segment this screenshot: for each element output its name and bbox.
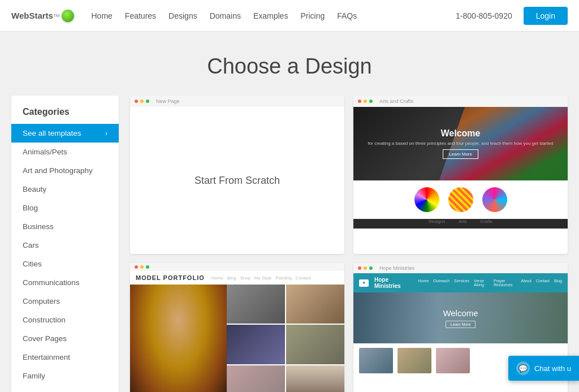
- hope-nav-logo: ✦: [359, 279, 369, 287]
- card-tab-title: New Page: [156, 98, 180, 104]
- nav-domains[interactable]: Domains: [210, 11, 241, 20]
- sidebar-item-label: Communications: [23, 278, 80, 287]
- hope-nav-contact: Contact: [536, 279, 550, 287]
- nav-designs[interactable]: Designs: [168, 11, 197, 20]
- model-grid-cell-2: [286, 285, 344, 324]
- arts-learn-more-button[interactable]: Learn More: [443, 149, 478, 159]
- hope-nav-blog: Blog: [554, 279, 562, 287]
- model-main-image: [130, 285, 227, 392]
- sidebar-item-art-photography[interactable]: Art and Photography: [11, 161, 119, 180]
- model-grid-cell-3: [227, 325, 285, 364]
- sidebar-item-label: Entertainment: [23, 353, 70, 361]
- sidebar-item-business[interactable]: Business: [11, 217, 119, 236]
- chat-label: Chat with u: [534, 364, 571, 373]
- sidebar-item-label: Beauty: [23, 185, 46, 193]
- sidebar-item-animals-pets[interactable]: Animals/Pets: [11, 143, 119, 161]
- template-card-model[interactable]: MODEL PORTFOLIO Home Blog Shop My Style …: [130, 263, 344, 392]
- sidebar-title: Categories: [11, 107, 119, 124]
- card-top-bar-arts: Arts and Crafts: [353, 96, 568, 107]
- model-grid: [227, 285, 344, 392]
- nav-pricing[interactable]: Pricing: [300, 11, 325, 20]
- page-title: Choose a Design: [11, 54, 568, 79]
- sidebar-item-cars[interactable]: Cars: [11, 236, 119, 255]
- dot-green-icon: [146, 265, 149, 269]
- sidebar-item-label: Business: [23, 222, 54, 231]
- sidebar-item-blog[interactable]: Blog: [11, 199, 119, 217]
- hope-nav: ✦ Hope Ministries Home Outreach Services…: [353, 273, 568, 292]
- hope-learn-more-button[interactable]: Learn More: [446, 321, 476, 328]
- hope-hero: Welcome Learn More: [353, 292, 568, 343]
- header-right: 1-800-805-0920 Login: [456, 7, 568, 25]
- sidebar-item-computers[interactable]: Computers: [11, 292, 119, 311]
- sidebar-item-all-templates[interactable]: See all templates ›: [11, 124, 119, 143]
- chat-bubble-icon: 💬: [516, 361, 530, 375]
- sidebar: Categories See all templates › Animals/P…: [11, 96, 119, 392]
- model-header-bar: MODEL PORTFOLIO Home Blog Shop My Style …: [130, 271, 344, 285]
- main-content: Categories See all templates › Animals/P…: [0, 96, 579, 392]
- dot-green-icon: [146, 100, 149, 103]
- arts-hero: Welcome for creating a based on three pr…: [353, 107, 568, 180]
- template-card-scratch[interactable]: New Page Start From Scratch: [130, 96, 344, 254]
- nav-examples[interactable]: Examples: [253, 11, 288, 20]
- sidebar-item-label: Blog: [23, 204, 38, 212]
- hope-nav-about: About: [521, 279, 532, 287]
- sidebar-item-label: Art and Photography: [23, 166, 93, 175]
- arts-preview: Welcome for creating a based on three pr…: [353, 107, 568, 229]
- logo-area: WebStarts TM: [11, 10, 74, 22]
- hope-top-bar: Hope Ministries: [353, 263, 568, 273]
- nav-faqs[interactable]: FAQs: [337, 11, 357, 20]
- sidebar-item-label: Cover Pages: [23, 334, 67, 343]
- scratch-card-label: Start From Scratch: [130, 107, 344, 254]
- sidebar-item-communications[interactable]: Communications: [11, 273, 119, 292]
- logo-tm: TM: [53, 13, 60, 18]
- sidebar-item-beauty[interactable]: Beauty: [11, 180, 119, 199]
- dot-green-icon: [369, 266, 373, 270]
- sidebar-item-label: Cities: [23, 260, 42, 268]
- login-button[interactable]: Login: [524, 7, 568, 25]
- model-title: MODEL PORTFOLIO: [136, 274, 205, 281]
- nav-features[interactable]: Features: [125, 11, 156, 20]
- hope-thumb-1: [359, 348, 393, 373]
- model-grid-cell-6: [286, 365, 344, 392]
- sidebar-item-family[interactable]: Family: [11, 367, 119, 385]
- model-content: [130, 285, 344, 392]
- dot-red-icon: [135, 265, 138, 269]
- logo-text: WebStarts: [11, 11, 53, 20]
- model-grid-cell-1: [227, 285, 285, 324]
- sidebar-item-construction[interactable]: Construction: [11, 311, 119, 329]
- hope-brand-name: Hope Ministries: [374, 277, 413, 289]
- header: WebStarts TM Home Features Designs Domai…: [0, 0, 579, 32]
- arts-circle-2: [448, 187, 473, 212]
- hope-nav-outreach: Outreach: [433, 279, 450, 287]
- page-title-area: Choose a Design: [0, 32, 579, 96]
- logo-circle: [62, 10, 74, 22]
- dot-yellow-icon: [364, 100, 367, 103]
- sidebar-item-label: Construction: [23, 316, 66, 324]
- arts-circles: [353, 180, 568, 219]
- hope-thumb-3: [436, 348, 470, 373]
- template-card-arts[interactable]: Arts and Crafts Welcome for creating a b…: [353, 96, 568, 254]
- nav-home[interactable]: Home: [91, 11, 112, 20]
- nav: Home Features Designs Domains Examples P…: [91, 11, 456, 20]
- arts-circle-3: [482, 187, 507, 212]
- sidebar-item-label: Family: [23, 372, 45, 380]
- sidebar-item-cover-pages[interactable]: Cover Pages: [11, 329, 119, 348]
- dot-green-icon: [369, 100, 373, 103]
- hope-nav-home: Home: [418, 279, 429, 287]
- sidebar-item-label: See all templates: [23, 129, 81, 137]
- hope-nav-links: Home Outreach Services Verse Along Praye…: [418, 279, 562, 287]
- card-top-bar: New Page: [130, 96, 344, 107]
- hope-tab-label: Hope Ministries: [379, 265, 414, 271]
- sidebar-item-entertainment[interactable]: Entertainment: [11, 348, 119, 367]
- model-grid-cell-5: [227, 365, 285, 392]
- chevron-right-icon: ›: [105, 130, 107, 137]
- dot-red-icon: [358, 100, 361, 103]
- chat-widget[interactable]: 💬 Chat with u: [508, 356, 579, 381]
- hope-hero-text: Welcome Learn More: [443, 308, 478, 328]
- sidebar-item-label: Animals/Pets: [23, 148, 67, 156]
- model-grid-cell-4: [286, 325, 344, 364]
- sidebar-item-cities[interactable]: Cities: [11, 255, 119, 273]
- arts-circle-1: [414, 187, 439, 212]
- hope-nav-services: Services: [454, 279, 469, 287]
- hope-nav-prayer: Prayer Resources: [494, 279, 517, 287]
